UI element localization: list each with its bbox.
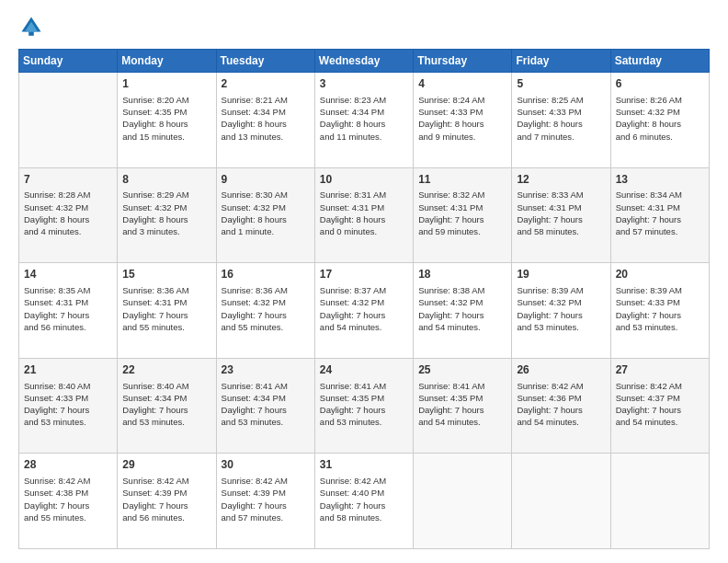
- day-info: Daylight: 8 hours: [320, 118, 408, 130]
- day-info: Daylight: 7 hours: [418, 213, 506, 225]
- day-info: Daylight: 8 hours: [320, 213, 408, 225]
- day-info: and 15 minutes.: [122, 131, 210, 143]
- logo-icon: [18, 14, 44, 40]
- day-info: Sunrise: 8:34 AM: [616, 189, 704, 201]
- day-info: Daylight: 8 hours: [24, 213, 112, 225]
- calendar-day-cell: 18Sunrise: 8:38 AMSunset: 4:32 PMDayligh…: [414, 263, 512, 359]
- calendar-day-cell: 15Sunrise: 8:36 AMSunset: 4:31 PMDayligh…: [118, 263, 216, 359]
- day-info: Sunset: 4:37 PM: [616, 392, 704, 404]
- day-info: Sunset: 4:33 PM: [24, 392, 112, 404]
- day-info: Sunrise: 8:42 AM: [517, 380, 605, 392]
- day-number: 7: [24, 172, 112, 188]
- day-info: Sunset: 4:31 PM: [616, 201, 704, 213]
- day-number: 23: [222, 362, 310, 378]
- calendar: SundayMondayTuesdayWednesdayThursdayFrid…: [18, 49, 710, 549]
- calendar-day-header: Thursday: [414, 50, 512, 73]
- day-info: Daylight: 7 hours: [24, 500, 112, 511]
- calendar-empty-cell: [19, 73, 118, 168]
- day-info: Sunset: 4:35 PM: [122, 106, 210, 118]
- calendar-day-header: Tuesday: [216, 50, 314, 73]
- day-number: 15: [122, 267, 210, 282]
- day-info: Daylight: 7 hours: [320, 500, 408, 511]
- day-info: Daylight: 8 hours: [122, 118, 210, 130]
- day-info: Sunrise: 8:24 AM: [418, 94, 506, 106]
- calendar-day-cell: 27Sunrise: 8:42 AMSunset: 4:37 PMDayligh…: [610, 358, 709, 454]
- day-info: Sunrise: 8:26 AM: [616, 94, 704, 106]
- calendar-day-cell: 2Sunrise: 8:21 AMSunset: 4:34 PMDaylight…: [216, 73, 314, 168]
- day-info: Sunrise: 8:42 AM: [616, 380, 704, 392]
- day-info: Sunrise: 8:30 AM: [222, 189, 310, 201]
- day-number: 2: [222, 76, 310, 92]
- day-info: Sunrise: 8:41 AM: [222, 380, 310, 392]
- day-number: 14: [24, 267, 112, 282]
- day-info: Sunset: 4:32 PM: [616, 106, 704, 118]
- day-info: Sunrise: 8:20 AM: [122, 94, 210, 106]
- day-info: Sunrise: 8:41 AM: [320, 380, 408, 392]
- day-info: Daylight: 8 hours: [517, 118, 605, 130]
- day-info: Sunrise: 8:42 AM: [222, 475, 310, 487]
- day-info: Daylight: 7 hours: [517, 309, 605, 321]
- header: [18, 14, 710, 40]
- day-info: and 56 minutes.: [122, 511, 210, 523]
- day-number: 11: [418, 172, 506, 188]
- calendar-day-cell: 9Sunrise: 8:30 AMSunset: 4:32 PMDaylight…: [216, 167, 314, 263]
- day-info: Sunset: 4:32 PM: [222, 296, 310, 308]
- day-info: and 54 minutes.: [418, 321, 506, 333]
- day-number: 28: [24, 457, 112, 473]
- day-number: 13: [616, 172, 704, 188]
- day-info: and 53 minutes.: [122, 416, 210, 428]
- day-info: Daylight: 8 hours: [222, 213, 310, 225]
- calendar-day-cell: 29Sunrise: 8:42 AMSunset: 4:39 PMDayligh…: [118, 454, 216, 549]
- day-info: Daylight: 7 hours: [616, 404, 704, 416]
- day-info: Sunset: 4:34 PM: [222, 106, 310, 118]
- day-info: Sunset: 4:31 PM: [517, 201, 605, 213]
- day-info: Daylight: 7 hours: [418, 404, 506, 416]
- day-number: 6: [616, 76, 704, 92]
- logo: [18, 14, 48, 40]
- day-info: Sunset: 4:31 PM: [122, 296, 210, 308]
- day-info: Sunset: 4:33 PM: [616, 296, 704, 308]
- page: SundayMondayTuesdayWednesdayThursdayFrid…: [0, 0, 728, 563]
- day-info: Sunset: 4:34 PM: [320, 106, 408, 118]
- day-info: and 57 minutes.: [222, 511, 310, 523]
- day-info: and 7 minutes.: [517, 131, 605, 143]
- calendar-day-cell: 31Sunrise: 8:42 AMSunset: 4:40 PMDayligh…: [314, 454, 413, 549]
- day-info: and 55 minutes.: [24, 511, 112, 523]
- day-info: Sunset: 4:33 PM: [418, 106, 506, 118]
- day-info: Sunrise: 8:37 AM: [320, 284, 408, 296]
- day-info: Sunset: 4:32 PM: [222, 201, 310, 213]
- calendar-day-cell: 20Sunrise: 8:39 AMSunset: 4:33 PMDayligh…: [610, 263, 709, 359]
- day-info: and 53 minutes.: [616, 321, 704, 333]
- day-info: Sunset: 4:36 PM: [517, 392, 605, 404]
- day-info: Sunrise: 8:32 AM: [418, 189, 506, 201]
- calendar-day-cell: 1Sunrise: 8:20 AMSunset: 4:35 PMDaylight…: [118, 73, 216, 168]
- day-info: and 54 minutes.: [418, 416, 506, 428]
- calendar-week-row: 1Sunrise: 8:20 AMSunset: 4:35 PMDaylight…: [19, 73, 710, 168]
- day-info: and 3 minutes.: [122, 225, 210, 237]
- calendar-day-cell: 24Sunrise: 8:41 AMSunset: 4:35 PMDayligh…: [314, 358, 413, 454]
- day-number: 18: [418, 267, 506, 282]
- day-number: 31: [320, 457, 408, 473]
- day-info: and 58 minutes.: [320, 511, 408, 523]
- calendar-week-row: 28Sunrise: 8:42 AMSunset: 4:38 PMDayligh…: [19, 454, 710, 549]
- calendar-day-cell: 11Sunrise: 8:32 AMSunset: 4:31 PMDayligh…: [414, 167, 512, 263]
- calendar-day-cell: 16Sunrise: 8:36 AMSunset: 4:32 PMDayligh…: [216, 263, 314, 359]
- day-info: Sunset: 4:31 PM: [418, 201, 506, 213]
- day-info: and 53 minutes.: [320, 416, 408, 428]
- day-number: 4: [418, 76, 506, 92]
- day-info: Daylight: 7 hours: [122, 404, 210, 416]
- day-info: Sunrise: 8:35 AM: [24, 284, 112, 296]
- day-info: and 9 minutes.: [418, 131, 506, 143]
- day-info: Sunset: 4:32 PM: [418, 296, 506, 308]
- day-number: 22: [122, 362, 210, 378]
- calendar-day-header: Monday: [118, 50, 216, 73]
- day-info: Sunrise: 8:42 AM: [122, 475, 210, 487]
- calendar-day-cell: 4Sunrise: 8:24 AMSunset: 4:33 PMDaylight…: [414, 73, 512, 168]
- calendar-day-header: Sunday: [19, 50, 118, 73]
- day-number: 9: [222, 172, 310, 188]
- day-info: Daylight: 7 hours: [616, 309, 704, 321]
- day-info: Sunrise: 8:21 AM: [222, 94, 310, 106]
- day-info: Daylight: 7 hours: [122, 500, 210, 511]
- day-info: Sunset: 4:33 PM: [517, 106, 605, 118]
- day-info: Daylight: 7 hours: [24, 404, 112, 416]
